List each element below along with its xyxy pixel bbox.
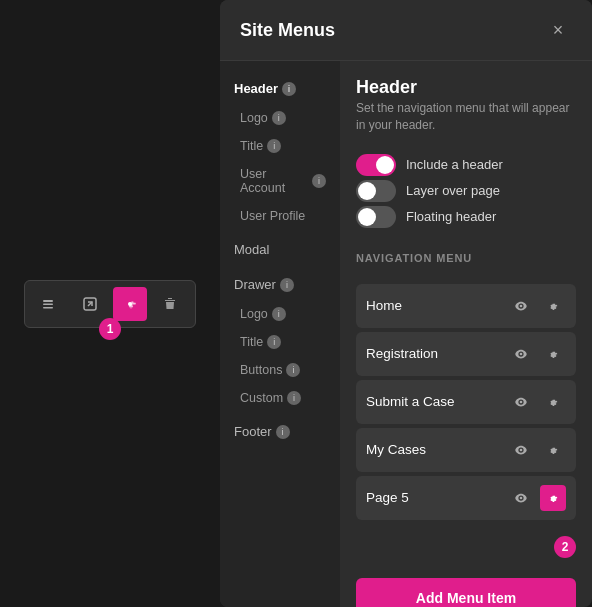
move-button[interactable] xyxy=(33,287,67,321)
sidebar-item-user-profile[interactable]: User Profile xyxy=(220,202,340,230)
settings-button[interactable] xyxy=(113,287,147,321)
drawer-label: Drawer xyxy=(234,277,276,292)
svg-point-7 xyxy=(520,448,523,451)
sidebar-section-drawer: Drawer i Logo i Title i Buttons i Custom xyxy=(220,269,340,412)
sidebar-item-header[interactable]: Header i xyxy=(220,73,340,104)
sidebar-item-user-account[interactable]: User Account i xyxy=(220,160,340,202)
nav-item-page5-eye[interactable] xyxy=(508,485,534,511)
nav-badge-2: 2 xyxy=(554,536,576,558)
header-info-icon: i xyxy=(282,82,296,96)
section-title: Header xyxy=(356,77,576,98)
add-menu-item-button[interactable]: Add Menu Item xyxy=(356,578,576,607)
nav-item-registration-actions xyxy=(508,341,566,367)
user-profile-label: User Profile xyxy=(240,209,305,223)
sidebar-section-header: Header i Logo i Title i User Account i U… xyxy=(220,73,340,230)
svg-rect-1 xyxy=(43,303,53,305)
toolbar-badge-1: 1 xyxy=(99,318,121,340)
sidebar-item-title[interactable]: Title i xyxy=(220,132,340,160)
floating-header-toggle[interactable] xyxy=(356,206,396,228)
nav-item-submit-case[interactable]: Submit a Case xyxy=(356,380,576,424)
nav-menu-items: Home xyxy=(356,284,576,520)
footer-label: Footer xyxy=(234,424,272,439)
nav-item-home-actions xyxy=(508,293,566,319)
toggles-group: Include a header Layer over page Floatin… xyxy=(356,154,576,232)
nav-item-home-gear[interactable] xyxy=(540,293,566,319)
drawer-logo-info-icon: i xyxy=(272,307,286,321)
include-header-label: Include a header xyxy=(406,157,503,172)
sidebar-item-footer[interactable]: Footer i xyxy=(220,416,340,447)
nav-item-my-cases-eye[interactable] xyxy=(508,437,534,463)
svg-point-8 xyxy=(520,496,523,499)
user-account-info-icon: i xyxy=(312,174,326,188)
svg-point-5 xyxy=(520,352,523,355)
sidebar-item-drawer[interactable]: Drawer i xyxy=(220,269,340,300)
site-menus-modal: Site Menus × Header i Logo i Title i xyxy=(220,0,592,607)
nav-item-submit-case-eye[interactable] xyxy=(508,389,534,415)
drawer-info-icon: i xyxy=(280,278,294,292)
logo-info-icon: i xyxy=(272,111,286,125)
toggle-thumb-3 xyxy=(358,208,376,226)
footer-info-icon: i xyxy=(276,425,290,439)
nav-item-submit-case-gear[interactable] xyxy=(540,389,566,415)
sidebar-header-label: Header xyxy=(234,81,278,96)
modal-body: Header i Logo i Title i User Account i U… xyxy=(220,61,592,607)
buttons-label: Buttons xyxy=(240,363,282,377)
nav-item-registration-eye[interactable] xyxy=(508,341,534,367)
nav-item-page5-gear[interactable] xyxy=(540,485,566,511)
floating-header-label: Floating header xyxy=(406,209,496,224)
drawer-logo-label: Logo xyxy=(240,307,268,321)
trash-button[interactable] xyxy=(153,287,187,321)
sidebar: Header i Logo i Title i User Account i U… xyxy=(220,61,340,607)
svg-rect-2 xyxy=(43,307,53,309)
nav-item-registration-gear[interactable] xyxy=(540,341,566,367)
title-info-icon: i xyxy=(267,139,281,153)
svg-point-4 xyxy=(520,304,523,307)
svg-rect-0 xyxy=(43,300,53,302)
nav-item-registration[interactable]: Registration xyxy=(356,332,576,376)
nav-item-my-cases-gear[interactable] xyxy=(540,437,566,463)
content-header: Header Set the navigation menu that will… xyxy=(356,77,576,142)
nav-section-label: NAVIGATION MENU xyxy=(356,252,576,264)
logo-label: Logo xyxy=(240,111,268,125)
sidebar-item-modal[interactable]: Modal xyxy=(220,234,340,265)
sidebar-item-buttons[interactable]: Buttons i xyxy=(220,356,340,384)
sidebar-item-drawer-logo[interactable]: Logo i xyxy=(220,300,340,328)
toggle-row-floating: Floating header xyxy=(356,206,576,228)
drawer-title-info-icon: i xyxy=(267,335,281,349)
close-icon: × xyxy=(553,20,564,41)
left-toolbar: 1 xyxy=(0,0,220,607)
layer-over-label: Layer over page xyxy=(406,183,500,198)
nav-item-page5-actions xyxy=(508,485,566,511)
section-desc: Set the navigation menu that will appear… xyxy=(356,100,576,134)
sidebar-item-drawer-title[interactable]: Title i xyxy=(220,328,340,356)
external-button[interactable] xyxy=(73,287,107,321)
title-label: Title xyxy=(240,139,263,153)
content-area: Header Set the navigation menu that will… xyxy=(340,61,592,607)
nav-item-my-cases-actions xyxy=(508,437,566,463)
buttons-info-icon: i xyxy=(286,363,300,377)
drawer-title-label: Title xyxy=(240,335,263,349)
nav-item-home[interactable]: Home xyxy=(356,284,576,328)
custom-label: Custom xyxy=(240,391,283,405)
layer-over-toggle[interactable] xyxy=(356,180,396,202)
nav-item-page5[interactable]: Page 5 xyxy=(356,476,576,520)
modal-header: Site Menus × xyxy=(220,0,592,61)
modal-title: Site Menus xyxy=(240,20,335,41)
nav-item-home-eye[interactable] xyxy=(508,293,534,319)
nav-item-registration-label: Registration xyxy=(366,346,438,361)
nav-item-home-label: Home xyxy=(366,298,402,313)
close-button[interactable]: × xyxy=(544,16,572,44)
nav-item-my-cases-label: My Cases xyxy=(366,442,426,457)
nav-item-my-cases[interactable]: My Cases xyxy=(356,428,576,472)
nav-item-page5-label: Page 5 xyxy=(366,490,409,505)
user-account-label: User Account xyxy=(240,167,308,195)
include-header-toggle[interactable] xyxy=(356,154,396,176)
toggle-thumb-2 xyxy=(358,182,376,200)
sidebar-item-logo[interactable]: Logo i xyxy=(220,104,340,132)
toggle-thumb xyxy=(376,156,394,174)
custom-info-icon: i xyxy=(287,391,301,405)
sidebar-item-custom[interactable]: Custom i xyxy=(220,384,340,412)
toggle-row-layer-over: Layer over page xyxy=(356,180,576,202)
nav-item-submit-case-label: Submit a Case xyxy=(366,394,455,409)
sidebar-section-footer: Footer i xyxy=(220,416,340,447)
